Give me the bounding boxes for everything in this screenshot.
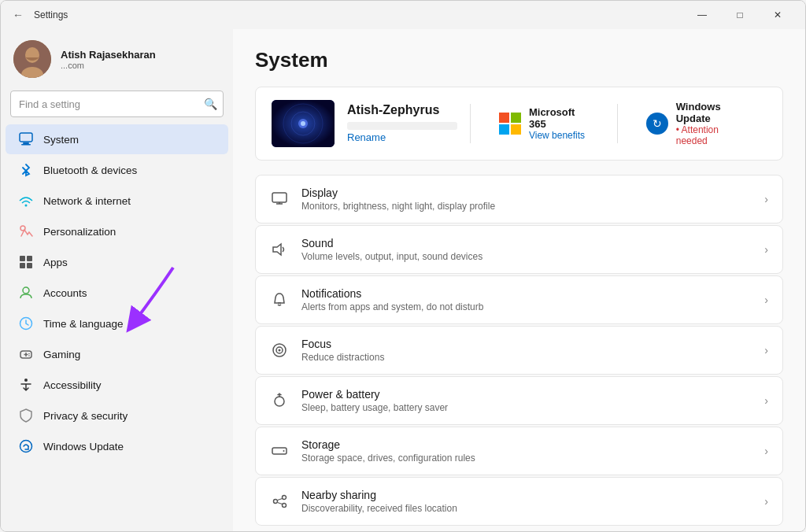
sidebar-item-apps[interactable]: Apps bbox=[6, 247, 228, 277]
time-icon bbox=[18, 316, 34, 331]
sidebar-item-apps-label: Apps bbox=[43, 257, 68, 268]
sidebar-item-accounts-label: Accounts bbox=[43, 287, 87, 299]
search-input[interactable] bbox=[10, 91, 224, 117]
svg-point-18 bbox=[28, 355, 30, 357]
focus-desc: Reduce distractions bbox=[301, 352, 752, 363]
microsoft365-info: Microsoft 365 View benefits bbox=[529, 106, 589, 141]
svg-point-12 bbox=[23, 287, 29, 294]
notifications-desc: Alerts from apps and system, do not dist… bbox=[301, 301, 752, 312]
user-profile[interactable]: Atish Rajasekharan ...com bbox=[1, 29, 233, 87]
sidebar-item-personalization-label: Personalization bbox=[43, 226, 116, 238]
notifications-chevron: › bbox=[764, 294, 768, 306]
storage-text: Storage Storage space, drives, configura… bbox=[301, 438, 752, 464]
sidebar-item-system-label: System bbox=[43, 134, 79, 146]
sound-icon bbox=[270, 240, 289, 259]
display-chevron: › bbox=[764, 193, 768, 205]
sidebar-item-windows-update[interactable]: Windows Update bbox=[6, 431, 228, 461]
focus-chevron: › bbox=[764, 344, 768, 357]
settings-item-power[interactable]: Power & battery Sleep, battery usage, ba… bbox=[255, 376, 783, 425]
sidebar-item-personalization[interactable]: Personalization bbox=[6, 216, 228, 246]
svg-rect-27 bbox=[511, 113, 521, 123]
sound-title: Sound bbox=[301, 237, 752, 249]
microsoft365-icon bbox=[499, 113, 521, 135]
user-info: Atish Rajasekharan ...com bbox=[61, 49, 156, 70]
sidebar-item-network-label: Network & internet bbox=[43, 195, 131, 207]
svg-line-44 bbox=[278, 499, 283, 501]
settings-window: ← Settings — □ ✕ bbox=[0, 0, 806, 532]
svg-marker-33 bbox=[273, 244, 281, 255]
svg-point-38 bbox=[275, 397, 284, 406]
gaming-icon bbox=[18, 346, 34, 362]
bluetooth-icon bbox=[18, 162, 34, 178]
pc-thumbnail bbox=[272, 100, 335, 147]
accessibility-icon bbox=[18, 377, 34, 393]
sidebar-item-accounts[interactable]: Accounts bbox=[6, 278, 228, 308]
power-desc: Sleep, battery usage, battery saver bbox=[301, 402, 752, 413]
svg-rect-10 bbox=[20, 263, 25, 268]
svg-point-43 bbox=[283, 504, 287, 508]
user-name: Atish Rajasekharan bbox=[61, 49, 156, 61]
nearby-sharing-text: Nearby sharing Discoverability, received… bbox=[301, 489, 752, 514]
card-divider-2 bbox=[617, 104, 618, 143]
pc-info: Atish-Zephyrus Rename bbox=[347, 103, 457, 144]
display-icon bbox=[270, 190, 289, 209]
settings-item-notifications[interactable]: Notifications Alerts from apps and syste… bbox=[255, 275, 783, 324]
sidebar-nav: System Bluetooth & devices Network & int… bbox=[1, 124, 233, 462]
apps-icon bbox=[18, 254, 34, 270]
accounts-icon bbox=[18, 285, 34, 301]
svg-point-42 bbox=[283, 496, 287, 500]
titlebar-left: ← Settings bbox=[10, 7, 68, 23]
windows-update-info: Windows Update Attention needed bbox=[676, 101, 751, 146]
pc-id bbox=[347, 122, 457, 130]
windows-update-title: Windows Update bbox=[676, 101, 751, 124]
svg-rect-29 bbox=[511, 124, 521, 135]
svg-line-45 bbox=[278, 503, 283, 504]
settings-list: Display Monitors, brightness, night ligh… bbox=[255, 175, 783, 526]
minimize-button[interactable]: — bbox=[684, 2, 720, 28]
power-title: Power & battery bbox=[301, 388, 752, 401]
nearby-sharing-chevron: › bbox=[764, 495, 768, 508]
svg-rect-28 bbox=[499, 124, 509, 135]
svg-point-6 bbox=[25, 205, 28, 207]
settings-item-storage[interactable]: Storage Storage space, drives, configura… bbox=[255, 427, 783, 475]
close-button[interactable]: ✕ bbox=[760, 2, 796, 28]
notifications-icon bbox=[270, 290, 289, 309]
windows-update-block[interactable]: ↻ Windows Update Attention needed bbox=[630, 101, 767, 146]
pc-name: Atish-Zephyrus bbox=[347, 103, 457, 117]
privacy-icon bbox=[18, 408, 34, 423]
sidebar-item-network[interactable]: Network & internet bbox=[6, 186, 228, 216]
settings-item-display[interactable]: Display Monitors, brightness, night ligh… bbox=[255, 175, 783, 224]
sidebar-item-privacy-label: Privacy & security bbox=[43, 410, 128, 422]
sidebar-item-time-label: Time & language bbox=[43, 318, 124, 330]
sidebar-item-accessibility[interactable]: Accessibility bbox=[6, 370, 228, 400]
nearby-sharing-title: Nearby sharing bbox=[301, 489, 752, 501]
system-info-card: Atish-Zephyrus Rename Microsoft 365 bbox=[255, 87, 783, 161]
power-text: Power & battery Sleep, battery usage, ba… bbox=[301, 388, 752, 413]
main-layout: Atish Rajasekharan ...com 🔍 System bbox=[1, 29, 805, 531]
microsoft365-title: Microsoft 365 bbox=[529, 106, 589, 130]
power-icon bbox=[270, 391, 289, 410]
sidebar-item-system[interactable]: System bbox=[6, 124, 228, 154]
back-button[interactable]: ← bbox=[10, 7, 26, 23]
window-title: Settings bbox=[34, 9, 68, 20]
maximize-button[interactable]: □ bbox=[722, 2, 758, 28]
svg-rect-3 bbox=[20, 133, 32, 142]
avatar bbox=[13, 40, 51, 78]
sidebar-item-time[interactable]: Time & language bbox=[6, 308, 228, 338]
svg-rect-4 bbox=[23, 142, 29, 144]
settings-item-focus[interactable]: Focus Reduce distractions › bbox=[255, 326, 783, 375]
storage-title: Storage bbox=[301, 438, 752, 451]
settings-item-sound[interactable]: Sound Volume levels, output, input, soun… bbox=[255, 225, 783, 274]
svg-point-25 bbox=[301, 121, 305, 126]
microsoft365-subtitle[interactable]: View benefits bbox=[529, 130, 589, 141]
svg-rect-5 bbox=[21, 144, 31, 146]
sidebar-item-bluetooth[interactable]: Bluetooth & devices bbox=[6, 155, 228, 185]
sidebar-item-privacy[interactable]: Privacy & security bbox=[6, 401, 228, 430]
pc-rename-link[interactable]: Rename bbox=[347, 131, 386, 143]
sidebar-item-gaming-label: Gaming bbox=[43, 349, 80, 360]
settings-item-nearby-sharing[interactable]: Nearby sharing Discoverability, received… bbox=[255, 477, 783, 526]
microsoft365-block[interactable]: Microsoft 365 View benefits bbox=[483, 106, 604, 141]
nearby-sharing-icon bbox=[270, 492, 289, 511]
system-icon bbox=[18, 131, 34, 147]
sidebar-item-gaming[interactable]: Gaming bbox=[6, 339, 228, 369]
